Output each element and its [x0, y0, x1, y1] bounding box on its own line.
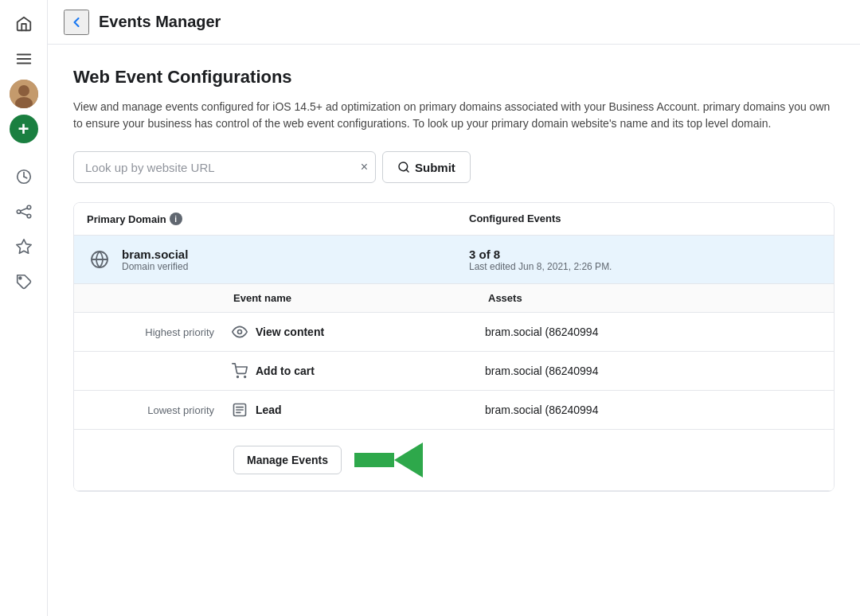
- user-avatar[interactable]: [10, 80, 38, 108]
- sidebar: +: [0, 0, 48, 616]
- results-table: Primary Domain i Configured Events: [73, 202, 835, 492]
- svg-line-10: [20, 208, 27, 211]
- events-count: 3 of 8: [469, 248, 821, 261]
- svg-point-7: [17, 210, 21, 214]
- sidebar-tag[interactable]: [10, 267, 38, 296]
- lead-icon: [230, 400, 249, 419]
- event-name-view-content: View content: [230, 322, 485, 341]
- sidebar-menu[interactable]: [10, 45, 38, 73]
- search-row: × Submit: [73, 151, 835, 183]
- domain-name: bram.social: [122, 248, 188, 261]
- svg-point-8: [27, 205, 31, 209]
- event-row-view-content: Highest priority View content bram.socia…: [74, 313, 834, 352]
- events-subheader: Event name Assets: [74, 284, 834, 313]
- view-content-icon: [230, 322, 249, 341]
- sub-th-event-name: Event name: [233, 292, 488, 304]
- submit-button[interactable]: Submit: [382, 151, 471, 183]
- svg-point-4: [18, 85, 29, 96]
- search-input-wrapper: ×: [73, 151, 376, 183]
- svg-marker-12: [16, 240, 30, 253]
- add-to-cart-icon: [230, 361, 249, 380]
- events-subtable: Event name Assets Highest priority: [74, 284, 834, 491]
- top-header: Events Manager: [48, 0, 860, 45]
- event-name-add-to-cart: Add to cart: [230, 361, 485, 380]
- priority-label-lowest: Lowest priority: [87, 404, 230, 416]
- sidebar-add[interactable]: +: [10, 115, 38, 143]
- domain-verified: Domain verified: [122, 261, 188, 272]
- th-configured-events: Configured Events: [469, 212, 821, 225]
- svg-point-9: [27, 214, 31, 218]
- search-input[interactable]: [73, 151, 376, 183]
- domain-info: bram.social Domain verified: [87, 247, 469, 272]
- svg-line-15: [406, 170, 408, 172]
- sidebar-home[interactable]: [10, 10, 38, 38]
- back-button[interactable]: [64, 10, 89, 35]
- th-primary-domain: Primary Domain i: [87, 212, 469, 225]
- sub-th-assets: Assets: [488, 292, 821, 304]
- section-title: Web Event Configurations: [73, 67, 835, 88]
- priority-label-highest: Highest priority: [87, 326, 230, 338]
- manage-events-button[interactable]: Manage Events: [233, 446, 342, 474]
- events-last-edited: Last edited Jun 8, 2021, 2:26 PM.: [469, 261, 821, 272]
- primary-domain-info-icon[interactable]: i: [170, 212, 182, 225]
- svg-point-13: [19, 277, 22, 279]
- event-name-lead: Lead: [230, 400, 485, 419]
- table-header: Primary Domain i Configured Events: [74, 203, 834, 236]
- green-arrow-head: [394, 443, 423, 478]
- svg-line-11: [20, 212, 27, 216]
- event-row-lead: Lowest priority Lead: [74, 391, 834, 430]
- event-assets-view-content: bram.social (86240994: [485, 326, 821, 338]
- configured-events-info: 3 of 8 Last edited Jun 8, 2021, 2:26 PM.: [469, 248, 821, 272]
- svg-point-20: [244, 376, 246, 378]
- event-assets-add-to-cart: bram.social (86240994: [485, 365, 821, 377]
- svg-point-18: [238, 330, 242, 334]
- domain-row: bram.social Domain verified 3 of 8 Last …: [74, 236, 834, 284]
- arrow-indicator: [354, 443, 423, 478]
- clear-search-button[interactable]: ×: [361, 160, 368, 174]
- manage-events-row: Manage Events: [74, 430, 834, 490]
- sidebar-star[interactable]: [10, 232, 38, 261]
- svg-point-19: [237, 376, 239, 378]
- sidebar-analytics[interactable]: [10, 162, 38, 191]
- arrow-body: [354, 453, 394, 467]
- page-title: Events Manager: [99, 13, 221, 31]
- sidebar-connections[interactable]: [10, 197, 38, 226]
- globe-icon: [87, 247, 112, 272]
- event-row-add-to-cart: Add to cart bram.social (86240994: [74, 352, 834, 391]
- domain-text: bram.social Domain verified: [122, 248, 188, 272]
- description-text: View and manage events configured for iO…: [73, 99, 835, 132]
- event-assets-lead: bram.social (86240994: [485, 404, 821, 416]
- content-area: Web Event Configurations View and manage…: [48, 45, 860, 616]
- main-wrapper: Events Manager Web Event Configurations …: [48, 0, 860, 616]
